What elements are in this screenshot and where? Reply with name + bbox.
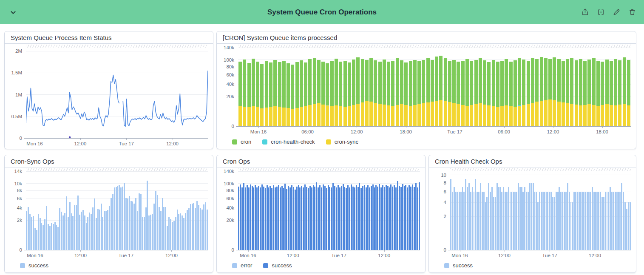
bar-segment[interactable] [378,104,382,126]
bar-segment[interactable] [396,105,399,126]
bar-segment[interactable] [465,179,466,250]
bar-segment[interactable] [313,58,316,104]
bar-segment[interactable] [450,179,451,250]
bar-segment[interactable] [389,187,390,250]
bar-segment[interactable] [348,62,351,105]
bar-segment[interactable] [623,57,626,104]
bar-segment[interactable] [587,60,591,104]
legend-item-success[interactable]: success [444,262,473,269]
bar-segment[interactable] [383,105,386,126]
bar-segment[interactable] [439,100,443,126]
bar-segment[interactable] [588,192,590,250]
bar-segment[interactable] [397,181,398,250]
bar-segment[interactable] [38,214,39,250]
bar-segment[interactable] [564,192,565,250]
bar-segment[interactable] [557,59,561,101]
bar-segment[interactable] [51,223,52,250]
bar-segment[interactable] [289,187,291,250]
bar-segment[interactable] [43,225,44,250]
bar-segment[interactable] [326,188,327,250]
bar-segment[interactable] [382,185,383,250]
bar-segment[interactable] [284,184,286,250]
bar-segment[interactable] [396,58,399,105]
bar-segment[interactable] [605,192,606,250]
plot-area[interactable] [238,45,631,126]
bar-segment[interactable] [601,62,604,105]
bar-segment[interactable] [513,107,517,126]
bar-segment[interactable] [624,202,626,250]
bar-segment[interactable] [587,192,588,250]
bar-segment[interactable] [413,60,417,105]
bar-segment[interactable] [614,105,617,126]
bar-segment[interactable] [409,185,410,250]
bar-segment[interactable] [162,198,163,250]
bar-segment[interactable] [426,102,430,126]
bar-segment[interactable] [457,104,460,126]
bar-segment[interactable] [288,186,289,250]
chevron-down-icon[interactable] [7,6,20,19]
bar-segment[interactable] [618,192,619,250]
bar-segment[interactable] [182,215,183,250]
bar-segment[interactable] [238,106,242,126]
bar-segment[interactable] [541,192,542,250]
bar-segment[interactable] [167,226,168,250]
bar-segment[interactable] [372,184,374,250]
bar-segment[interactable] [193,203,194,250]
bar-segment[interactable] [291,65,294,109]
bar-segment[interactable] [66,196,67,250]
bar-segment[interactable] [170,219,171,250]
bar-segment[interactable] [89,213,90,250]
bar-segment[interactable] [119,185,120,250]
bar-segment[interactable] [159,207,160,250]
bar-segment[interactable] [343,61,347,106]
bar-segment[interactable] [600,192,601,250]
bar-segment[interactable] [415,183,417,250]
bar-segment[interactable] [145,207,147,250]
bar-segment[interactable] [48,224,49,250]
bar-segment[interactable] [479,103,482,126]
bar-segment[interactable] [339,62,342,106]
bar-segment[interactable] [377,187,378,250]
bar-segment[interactable] [252,59,255,106]
bar-segment[interactable] [452,103,456,126]
bar-segment[interactable] [400,60,403,104]
bar-segment[interactable] [269,62,272,107]
bar-segment[interactable] [346,188,347,250]
bar-segment[interactable] [256,187,258,250]
bar-segment[interactable] [444,101,447,126]
bar-segment[interactable] [448,61,451,102]
bar-segment[interactable] [472,187,473,250]
bar-segment[interactable] [116,187,117,250]
bar-segment[interactable] [613,192,614,250]
bar-segment[interactable] [383,60,386,105]
bar-segment[interactable] [62,215,64,250]
bar-segment[interactable] [570,104,573,126]
bar-segment[interactable] [500,106,504,126]
bar-segment[interactable] [76,205,77,250]
bar-segment[interactable] [84,215,85,250]
bar-segment[interactable] [148,215,150,250]
bar-segment[interactable] [583,105,587,126]
bar-segment[interactable] [580,192,582,250]
bar-segment[interactable] [203,204,204,250]
bar-segment[interactable] [431,102,434,127]
bar-segment[interactable] [392,187,393,250]
bar-segment[interactable] [524,187,525,250]
bar-segment[interactable] [605,60,609,104]
bar-segment[interactable] [417,61,421,104]
bar-segment[interactable] [331,187,332,250]
bar-segment[interactable] [560,192,562,250]
bar-segment[interactable] [308,188,309,250]
bar-segment[interactable] [511,192,512,250]
bar-segment[interactable] [74,205,75,250]
bar-segment[interactable] [579,59,582,105]
bar-segment[interactable] [324,186,326,250]
bar-segment[interactable] [605,104,609,126]
bar-segment[interactable] [273,106,277,126]
bar-segment[interactable] [168,217,170,250]
bar-segment[interactable] [603,197,604,250]
bar-segment[interactable] [343,184,344,250]
bar-segment[interactable] [483,105,486,126]
bar-segment[interactable] [361,102,364,126]
bar-segment[interactable] [535,102,539,126]
